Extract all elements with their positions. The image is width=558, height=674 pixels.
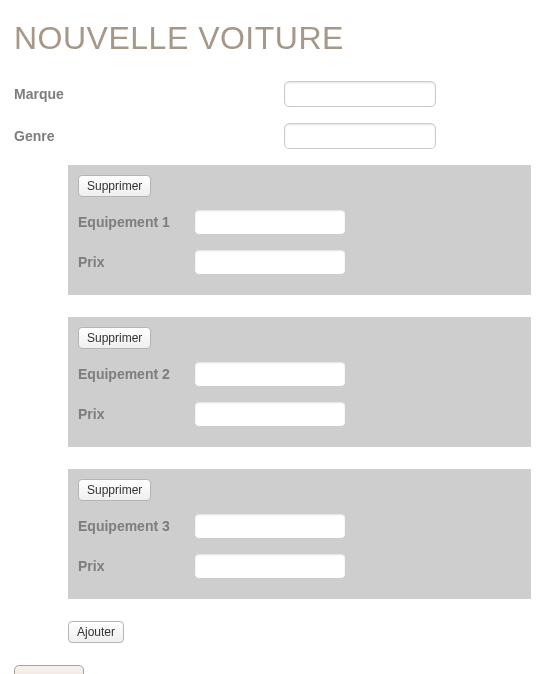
marque-label: Marque [14,86,284,102]
equip-row: Equipement 2 [78,361,521,387]
delete-button[interactable]: Supprimer [78,479,151,501]
price-label: Prix [78,558,194,574]
equipment-card: Supprimer Equipement 1 Prix [68,165,531,295]
price-label: Prix [78,254,194,270]
equip-label: Equipement 2 [78,366,194,382]
equip-label: Equipement 1 [78,214,194,230]
price-input[interactable] [194,553,346,579]
genre-input[interactable] [284,123,436,149]
submit-button[interactable]: Valider [14,665,84,674]
price-label: Prix [78,406,194,422]
equip-input[interactable] [194,513,346,539]
price-row: Prix [78,249,521,275]
delete-button[interactable]: Supprimer [78,175,151,197]
page-title: NOUVELLE VOITURE [14,20,544,57]
equip-row: Equipement 1 [78,209,521,235]
equip-input[interactable] [194,209,346,235]
equip-label: Equipement 3 [78,518,194,534]
price-row: Prix [78,553,521,579]
equip-input[interactable] [194,361,346,387]
marque-input[interactable] [284,81,436,107]
equipment-cards: Supprimer Equipement 1 Prix Supprimer Eq… [68,165,531,599]
equipment-card: Supprimer Equipement 2 Prix [68,317,531,447]
field-marque-row: Marque [14,81,544,107]
add-row: Ajouter [68,621,544,643]
equipment-card: Supprimer Equipement 3 Prix [68,469,531,599]
add-button[interactable]: Ajouter [68,621,124,643]
price-row: Prix [78,401,521,427]
genre-label: Genre [14,128,284,144]
field-genre-row: Genre [14,123,544,149]
price-input[interactable] [194,401,346,427]
delete-button[interactable]: Supprimer [78,327,151,349]
equip-row: Equipement 3 [78,513,521,539]
price-input[interactable] [194,249,346,275]
